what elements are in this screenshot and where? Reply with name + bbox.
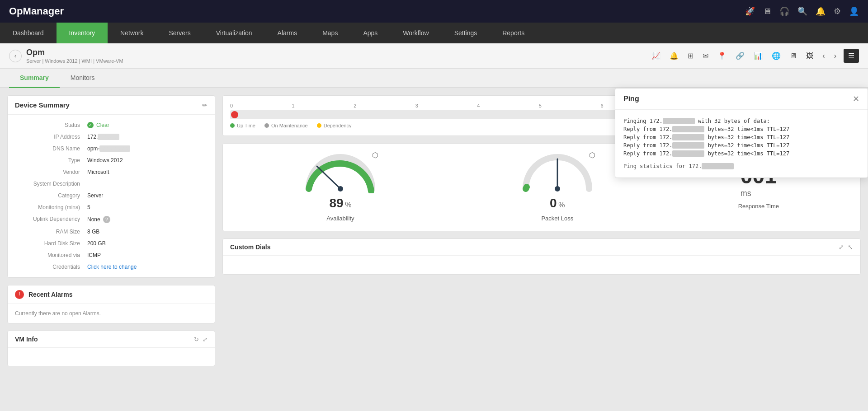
vm-expand-icon[interactable]: ⤢ <box>203 336 208 343</box>
packet-loss-unit: % <box>558 201 565 209</box>
ping-close-button[interactable]: ✕ <box>853 95 859 103</box>
ping-reply-3: Reply from 172.xx.xxx.xx bytes=32 time<1… <box>623 142 859 149</box>
nav-maps[interactable]: Maps <box>310 23 350 43</box>
vm-body <box>8 348 215 366</box>
back-button[interactable]: ‹ <box>9 50 22 62</box>
mail-icon[interactable]: ✉ <box>701 50 710 62</box>
availability-value-display: 89 % <box>329 196 351 210</box>
custom-dials-icons: ⤢ ⤡ <box>839 243 853 251</box>
availability-gauge-icon[interactable]: ⬡ <box>372 151 378 159</box>
activity-icon[interactable]: 📊 <box>752 50 764 62</box>
monitored-value: ICMP <box>87 252 208 258</box>
tab-monitors[interactable]: Monitors <box>60 69 106 88</box>
edit-icon[interactable]: ✏ <box>202 102 208 109</box>
vm-title: VM Info <box>15 336 38 343</box>
uplink-help-icon[interactable]: ? <box>103 216 110 223</box>
svg-line-0 <box>317 166 340 189</box>
credentials-link[interactable]: Click here to change <box>87 264 137 270</box>
image-icon[interactable]: 🖼 <box>804 50 815 62</box>
tab-summary[interactable]: Summary <box>9 69 60 88</box>
hamburger-menu-button[interactable]: ☰ <box>844 49 859 63</box>
legend-uptime-label: Up Time <box>237 123 255 128</box>
ram-value: 8 GB <box>87 229 208 235</box>
svg-point-3 <box>555 186 560 191</box>
legend-maintenance-label: On Maintenance <box>271 123 308 128</box>
credentials-value: Click here to change <box>87 264 208 270</box>
nav-dashboard[interactable]: Dashboard <box>0 23 57 43</box>
ip-value: 172.xxx.xxx <box>87 134 208 140</box>
scale-0: 0 <box>230 103 233 108</box>
chevron-left-icon[interactable]: ‹ <box>821 50 826 62</box>
ping-stats: Ping statistics for 172.xx.xxx.xx <box>623 163 859 169</box>
nav-inventory[interactable]: Inventory <box>57 23 108 43</box>
ping-pinging-prefix: Pinging 172. <box>623 118 663 124</box>
nav-apps[interactable]: Apps <box>350 23 390 43</box>
ping-title: Ping <box>623 95 639 103</box>
status-value: Clear <box>87 122 208 128</box>
nav-settings[interactable]: Settings <box>442 23 490 43</box>
custom-dials-title: Custom Dials <box>230 243 270 251</box>
nav-alarms[interactable]: Alarms <box>265 23 310 43</box>
headset-icon[interactable]: 🎧 <box>779 6 789 16</box>
ping-stats-prefix: Ping statistics for 172. <box>623 163 702 169</box>
nav-servers[interactable]: Servers <box>156 23 203 43</box>
custom-dials-expand2-icon[interactable]: ⤡ <box>848 243 853 251</box>
nav-network[interactable]: Network <box>108 23 156 43</box>
monitor-icon[interactable]: 🖥 <box>763 7 771 16</box>
main-content: Device Summary ✏ Status Clear IP Address <box>0 88 868 374</box>
status-dot-icon <box>87 122 94 128</box>
nav-workflow[interactable]: Workflow <box>390 23 441 43</box>
device-summary-panel: Device Summary ✏ Status Clear IP Address <box>7 95 215 278</box>
topbar-icons: 🚀 🖥 🎧 🔍 🔔 ⚙ 👤 <box>745 6 859 16</box>
availability-number: 89 <box>329 196 343 210</box>
dns-value: opm-xxxxxxxxxx <box>87 145 208 152</box>
legend-maintenance: On Maintenance <box>264 123 308 128</box>
ping-body: Pinging 172.xx.xxx.xx with 32 bytes of d… <box>615 110 868 177</box>
status-label: Status <box>15 122 87 128</box>
vm-refresh-icon[interactable]: ↻ <box>194 336 199 343</box>
user-icon[interactable]: 👤 <box>849 6 859 16</box>
ping-header: Ping ✕ <box>615 89 868 110</box>
legend-dependency: Dependency <box>317 123 352 128</box>
summary-row-category: Category Server <box>8 190 215 201</box>
navbar: Dashboard Inventory Network Servers Virt… <box>0 23 868 43</box>
summary-row-type: Type Windows 2012 <box>8 154 215 166</box>
gear-icon[interactable]: ⚙ <box>834 6 841 16</box>
legend-maintenance-dot <box>264 123 269 128</box>
packet-loss-gauge-icon[interactable]: ⬡ <box>589 151 595 159</box>
custom-dials-expand1-icon[interactable]: ⤢ <box>839 243 844 251</box>
legend-dependency-label: Dependency <box>324 123 352 128</box>
tabs-bar: Summary Monitors <box>0 69 868 88</box>
rocket-icon[interactable]: 🚀 <box>745 6 755 16</box>
status-text: Clear <box>96 122 109 128</box>
location-icon[interactable]: 📍 <box>716 50 728 62</box>
globe-icon[interactable]: 🌐 <box>770 50 783 62</box>
desktop-icon[interactable]: 🖥 <box>788 50 799 62</box>
ping-reply-prefix-4: Reply from 172. <box>623 150 672 157</box>
subheader-left: ‹ Opm Server | Windows 2012 | WMI | VMwa… <box>9 48 123 64</box>
availability-unit: % <box>345 201 351 209</box>
search-icon[interactable]: 🔍 <box>797 6 807 16</box>
grid-icon[interactable]: ⊞ <box>686 50 695 62</box>
nav-virtualization[interactable]: Virtualization <box>203 23 265 43</box>
chevron-right-icon[interactable]: › <box>832 50 838 62</box>
device-meta: Server | Windows 2012 | WMI | VMware-VM <box>26 58 123 64</box>
legend-uptime: Up Time <box>230 123 255 128</box>
dns-label: DNS Name <box>15 145 87 152</box>
ip-label: IP Address <box>15 134 87 140</box>
ping-reply-prefix-3: Reply from 172. <box>623 142 672 149</box>
bell-icon[interactable]: 🔔 <box>816 6 826 16</box>
scale-4: 4 <box>477 103 480 108</box>
bell-alert-icon[interactable]: 🔔 <box>668 50 680 62</box>
packet-loss-label: Packet Loss <box>541 215 573 222</box>
nav-reports[interactable]: Reports <box>490 23 537 43</box>
ping-reply-prefix-2: Reply from 172. <box>623 134 672 140</box>
line-chart-icon[interactable]: 📈 <box>650 50 662 62</box>
packet-loss-value-display: 0 % <box>550 196 565 210</box>
packet-loss-gauge: ⬡ 0 % Packet Loss <box>521 153 594 222</box>
vm-header: VM Info ↻ ⤢ <box>8 331 215 348</box>
topbar: OpManager 🚀 🖥 🎧 🔍 🔔 ⚙ 👤 <box>0 0 868 23</box>
credentials-label: Credentials <box>15 264 87 270</box>
scale-5: 5 <box>539 103 542 108</box>
link-icon[interactable]: 🔗 <box>734 50 746 62</box>
